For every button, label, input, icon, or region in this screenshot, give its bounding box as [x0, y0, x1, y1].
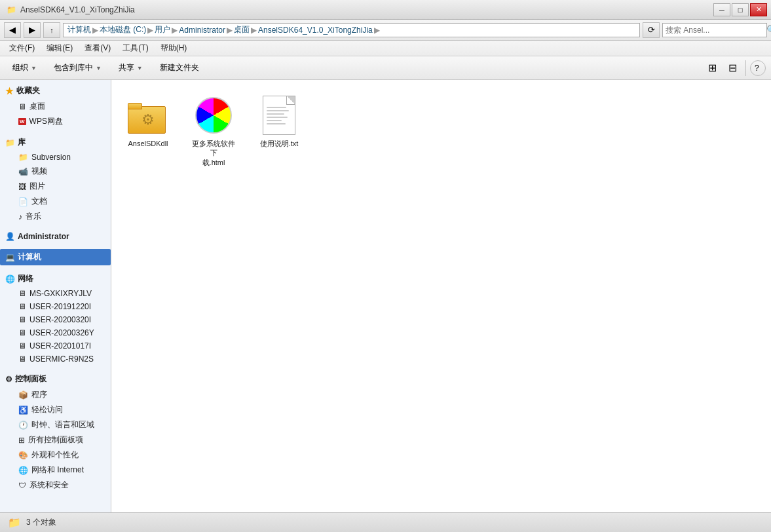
sidebar-header-network[interactable]: 🌐 网络 [0, 271, 111, 287]
gear-icon: ⚙ [141, 111, 155, 128]
file-item-anselsdk[interactable]: ⚙ AnselSDKdll [122, 90, 174, 171]
new-folder-button[interactable]: 新建文件夹 [153, 59, 206, 77]
accessibility-icon: ♿ [18, 406, 28, 415]
controlpanel-label: 控制面板 [15, 373, 47, 385]
share-button[interactable]: 共享 ▼ [111, 59, 150, 77]
menu-file[interactable]: 文件(F) [4, 42, 40, 55]
pictures-label: 图片 [29, 181, 45, 192]
include-in-library-button[interactable]: 包含到库中 ▼ [47, 59, 109, 77]
sidebar-item-user-202003-2[interactable]: 🖥 USER-20200326Y [0, 326, 111, 339]
sidebar-item-all-control[interactable]: ⊞ 所有控制面板项 [0, 432, 111, 447]
sidebar-item-clock[interactable]: 🕐 时钟、语言和区域 [0, 417, 111, 432]
forward-button[interactable]: ▶ [24, 22, 41, 38]
network-internet-label: 网络和 Internet [31, 465, 84, 476]
menu-view[interactable]: 查看(V) [79, 42, 116, 55]
path-part-desktop[interactable]: 桌面 [234, 24, 250, 35]
view-list-button[interactable]: ⊟ [724, 59, 742, 77]
sidebar-item-music[interactable]: ♪ 音乐 [0, 209, 111, 224]
txt-label: 使用说明.txt [260, 139, 299, 148]
sidebar-item-subversion[interactable]: 📁 Subversion [0, 151, 111, 164]
path-part-users[interactable]: 用户 [155, 24, 170, 35]
share-label: 共享 [119, 62, 134, 73]
path-part-drive[interactable]: 本地磁盘 (C:) [100, 24, 146, 35]
up-button[interactable]: ↑ [43, 22, 60, 38]
menu-help[interactable]: 帮助(H) [155, 42, 193, 55]
status-folder-icon: 📁 [8, 516, 21, 529]
sidebar-item-wps[interactable]: W WPS网盘 [0, 114, 111, 129]
sidebar-header-favorites[interactable]: ★ 收藏夹 [0, 83, 111, 99]
sidebar-item-desktop[interactable]: 🖥 桌面 [0, 99, 111, 114]
menu-edit[interactable]: 编辑(E) [41, 42, 78, 55]
view-icons-button[interactable]: ⊞ [704, 59, 721, 77]
sidebar-item-user-2019[interactable]: 🖥 USER-20191220I [0, 300, 111, 313]
video-icon: 📹 [18, 167, 28, 176]
sidebar-item-appearance[interactable]: 🎨 外观和个性化 [0, 447, 111, 463]
close-button[interactable]: ✕ [750, 3, 767, 16]
sidebar-header-computer[interactable]: 💻 计算机 [0, 249, 111, 265]
sidebar-item-accessibility[interactable]: ♿ 轻松访问 [0, 402, 111, 417]
content-area: ⚙ AnselSDKdll 更多系统软件下载.html [111, 80, 771, 512]
sidebar-item-ms-gxk[interactable]: 🖥 MS-GXKIXRYJLV [0, 287, 111, 300]
refresh-button[interactable]: ⟳ [643, 22, 660, 38]
sidebar-item-system-security[interactable]: 🛡 系统和安全 [0, 478, 111, 493]
sidebar-header-controlpanel[interactable]: ⚙ 控制面板 [0, 371, 111, 387]
sidebar-item-user-202010[interactable]: 🖥 USER-20201017I [0, 339, 111, 352]
sidebar-section-library: 📁 库 📁 Subversion 📹 视频 🖼 图片 📄 文档 ♪ 音乐 [0, 132, 111, 227]
computer-icon: 💻 [5, 253, 15, 262]
back-button[interactable]: ◀ [4, 22, 21, 38]
txt-line-2 [267, 110, 289, 111]
path-part-computer[interactable]: 计算机 [67, 24, 91, 35]
user-202003-2-label: USER-20200326Y [29, 328, 94, 337]
appearance-icon: 🎨 [18, 451, 28, 460]
address-path[interactable]: 计算机 ▶ 本地磁盘 (C:) ▶ 用户 ▶ Administrator ▶ 桌… [63, 23, 640, 37]
music-label: 音乐 [26, 211, 41, 222]
file-item-txt[interactable]: 使用说明.txt [253, 90, 305, 171]
toolbar-separator [745, 60, 746, 76]
sidebar-item-programs[interactable]: 📦 程序 [0, 387, 111, 402]
sidebar-item-pictures[interactable]: 🖼 图片 [0, 179, 111, 194]
sidebar-item-video[interactable]: 📹 视频 [0, 164, 111, 179]
sidebar-section-computer: 💻 计算机 [0, 246, 111, 268]
path-part-folder[interactable]: AnselSDK64_V1.0_XiTongZhiJia [258, 26, 373, 35]
path-sep-1: ▶ [92, 26, 98, 35]
user-202003-2-icon: 🖥 [18, 328, 26, 337]
library-icon: 📁 [5, 138, 15, 147]
wps-label: WPS网盘 [29, 116, 63, 127]
path-sep-4: ▶ [227, 26, 233, 35]
txt-line-4 [267, 117, 288, 118]
title-bar: 📁 AnselSDK64_V1.0_XiTongZhiJia ─ □ ✕ [0, 0, 771, 20]
sidebar-header-administrator[interactable]: 👤 Administrator [0, 229, 111, 244]
anselsdk-icon-wrapper: ⚙ [127, 94, 169, 136]
status-text: 3 个对象 [26, 517, 56, 528]
txt-line-1 [267, 107, 286, 108]
txt-file-icon [263, 96, 295, 135]
search-input[interactable] [663, 26, 766, 35]
help-button[interactable]: ? [750, 60, 766, 76]
favorites-label: 收藏夹 [16, 85, 40, 96]
main-area: ★ 收藏夹 🖥 桌面 W WPS网盘 📁 库 📁 Subversion [0, 80, 771, 512]
sidebar-item-documents[interactable]: 📄 文档 [0, 194, 111, 209]
programs-icon: 📦 [18, 390, 28, 400]
maximize-button[interactable]: □ [732, 3, 749, 16]
path-part-admin[interactable]: Administrator [179, 26, 225, 35]
minimize-button[interactable]: ─ [713, 3, 730, 16]
documents-label: 文档 [31, 196, 47, 207]
ms-gxk-icon: 🖥 [18, 289, 26, 298]
share-dropdown-arrow: ▼ [137, 65, 143, 71]
file-item-html[interactable]: 更多系统软件下载.html [187, 90, 240, 171]
sidebar-item-usermic[interactable]: 🖥 USERMIC-R9N2S [0, 352, 111, 366]
pictures-icon: 🖼 [18, 182, 26, 191]
search-button[interactable]: 🔍 [766, 23, 771, 37]
path-sep-5: ▶ [251, 26, 257, 35]
desktop-label: 桌面 [29, 101, 45, 112]
sidebar-header-library[interactable]: 📁 库 [0, 134, 111, 151]
organize-button[interactable]: 组织 ▼ [5, 59, 44, 77]
user-202003-1-icon: 🖥 [18, 315, 26, 324]
user-202010-label: USER-20201017I [29, 341, 91, 351]
clock-icon: 🕐 [18, 421, 28, 430]
network-internet-icon: 🌐 [18, 466, 28, 475]
sidebar-item-user-202003-1[interactable]: 🖥 USER-20200320I [0, 313, 111, 326]
sidebar-item-network-internet[interactable]: 🌐 网络和 Internet [0, 463, 111, 478]
menu-tools[interactable]: 工具(T) [117, 42, 153, 55]
address-bar: ◀ ▶ ↑ 计算机 ▶ 本地磁盘 (C:) ▶ 用户 ▶ Administrat… [0, 20, 771, 41]
